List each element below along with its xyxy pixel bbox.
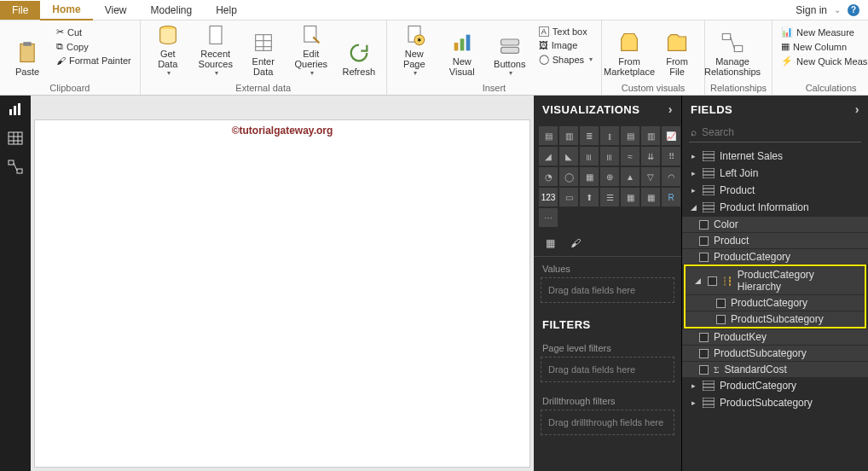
- fields-search[interactable]: ⌕: [689, 123, 861, 142]
- checkbox[interactable]: [699, 253, 709, 262]
- copy-button[interactable]: ⧉Copy: [53, 40, 135, 53]
- checkbox[interactable]: [699, 220, 709, 230]
- viz-treemap[interactable]: ▦: [580, 167, 599, 186]
- tab-file[interactable]: File: [0, 1, 40, 20]
- table-product-information[interactable]: ◢Product Information: [682, 199, 868, 216]
- viz-donut[interactable]: ◯: [559, 167, 578, 186]
- new-visual-button[interactable]: New Visual: [440, 22, 484, 78]
- viz-gauge[interactable]: ◠: [662, 167, 680, 186]
- report-view-icon[interactable]: [7, 101, 24, 118]
- table-left-join[interactable]: ▸Left Join: [682, 165, 868, 182]
- from-file-button[interactable]: From File: [655, 22, 699, 78]
- field-hierarchy[interactable]: ◢┆┇ProductCategory Hierarchy: [686, 266, 865, 294]
- refresh-button[interactable]: Refresh: [337, 22, 381, 78]
- page-icon: ✶: [402, 23, 426, 47]
- recent-sources-button[interactable]: Recent Sources: [194, 22, 238, 78]
- tab-help[interactable]: Help: [204, 1, 249, 20]
- get-data-button[interactable]: Get Data: [146, 22, 190, 78]
- tab-view[interactable]: View: [93, 1, 139, 20]
- table-product-category[interactable]: ▸ProductCategory: [682, 377, 868, 394]
- viz-clustered-column[interactable]: ⫿: [600, 126, 619, 145]
- fields-tab-icon[interactable]: ▦: [542, 236, 558, 251]
- table-product[interactable]: ▸Product: [682, 182, 868, 199]
- chevron-down-icon[interactable]: ⌄: [834, 5, 841, 15]
- buttons-button[interactable]: Buttons: [488, 22, 532, 78]
- format-tab-icon[interactable]: 🖌: [568, 236, 583, 251]
- drill-dropzone[interactable]: Drag drillthrough fields here: [541, 410, 674, 435]
- field-product-category[interactable]: ProductCategory: [682, 248, 868, 265]
- text-box-button[interactable]: AText box: [535, 26, 596, 38]
- tab-home[interactable]: Home: [40, 0, 92, 20]
- svg-rect-31: [9, 160, 14, 165]
- viz-clustered-bar[interactable]: ≣: [580, 126, 599, 145]
- checkbox[interactable]: [716, 299, 726, 308]
- checkbox[interactable]: [716, 315, 726, 324]
- enter-data-button[interactable]: Enter Data: [241, 22, 286, 78]
- edit-queries-button[interactable]: Edit Queries: [289, 22, 333, 78]
- field-product-subcategory[interactable]: ProductSubcategory: [682, 345, 868, 361]
- viz-combo2[interactable]: ⫼: [600, 147, 619, 166]
- viz-funnel[interactable]: ▽: [641, 167, 660, 186]
- field-product-key[interactable]: ProductKey: [682, 329, 868, 345]
- collapse-viz-icon[interactable]: ›: [668, 102, 673, 116]
- viz-kpi[interactable]: ⬆: [580, 188, 599, 206]
- viz-stacked-area[interactable]: ◣: [559, 147, 578, 166]
- viz-100-bar[interactable]: ▤: [621, 126, 639, 145]
- paste-button[interactable]: Paste: [5, 22, 49, 78]
- svg-rect-13: [460, 38, 464, 50]
- svg-rect-49: [703, 398, 715, 408]
- viz-100-column[interactable]: ▥: [641, 126, 660, 145]
- viz-slicer[interactable]: ☰: [600, 188, 619, 206]
- viz-waterfall[interactable]: ⇊: [641, 147, 660, 166]
- shapes-button[interactable]: ◯Shapes: [535, 53, 596, 66]
- format-painter-button[interactable]: 🖌Format Painter: [53, 55, 135, 67]
- checkbox[interactable]: [699, 333, 709, 342]
- viz-line[interactable]: 📈: [662, 126, 680, 145]
- values-dropzone[interactable]: Drag data fields here: [541, 277, 674, 303]
- viz-pie[interactable]: ◔: [539, 167, 558, 186]
- new-column-button[interactable]: ▦New Column: [778, 40, 868, 53]
- new-measure-button[interactable]: 📊New Measure: [778, 26, 868, 38]
- filters-header: FILTERS: [534, 310, 681, 336]
- field-color[interactable]: Color: [682, 216, 868, 232]
- cut-button[interactable]: ✂Cut: [53, 26, 135, 38]
- field-hier-category[interactable]: ProductCategory: [686, 294, 865, 311]
- viz-matrix[interactable]: ▦: [641, 188, 660, 206]
- viz-more[interactable]: ⋯: [539, 208, 558, 227]
- manage-relationships-button[interactable]: Manage Relationships: [710, 22, 755, 78]
- viz-area[interactable]: ◢: [539, 147, 558, 166]
- checkbox[interactable]: [699, 349, 709, 358]
- model-view-icon[interactable]: [7, 159, 24, 176]
- page-filters-dropzone[interactable]: Drag data fields here: [541, 357, 674, 382]
- viz-table[interactable]: ▦: [621, 188, 639, 206]
- field-standard-cost[interactable]: ΣStandardCost: [682, 361, 868, 377]
- checkbox[interactable]: [708, 276, 717, 286]
- field-hier-subcategory[interactable]: ProductSubcategory: [686, 311, 865, 327]
- viz-filled-map[interactable]: ▲: [621, 167, 639, 186]
- viz-r[interactable]: R: [662, 188, 680, 206]
- new-page-button[interactable]: ✶New Page: [392, 22, 437, 78]
- search-input[interactable]: [702, 126, 859, 138]
- viz-combo1[interactable]: ⫼: [580, 147, 599, 166]
- viz-stacked-column[interactable]: ▥: [559, 126, 578, 145]
- table-product-subcategory[interactable]: ▸ProductSubcategory: [682, 394, 868, 411]
- viz-ribbon[interactable]: ≈: [621, 147, 639, 166]
- viz-card[interactable]: 123: [539, 188, 558, 206]
- help-icon[interactable]: ?: [848, 4, 859, 16]
- viz-multi-card[interactable]: ▭: [559, 188, 578, 206]
- checkbox[interactable]: [699, 365, 709, 375]
- viz-stacked-bar[interactable]: ▤: [539, 126, 558, 145]
- sign-in-link[interactable]: Sign in: [796, 4, 827, 16]
- checkbox[interactable]: [699, 236, 709, 246]
- field-product[interactable]: Product: [682, 232, 868, 248]
- new-quick-measure-button[interactable]: ⚡New Quick Measure: [778, 55, 868, 67]
- table-internet-sales[interactable]: ▸Internet Sales: [682, 148, 868, 165]
- tab-modeling[interactable]: Modeling: [138, 1, 204, 20]
- viz-scatter[interactable]: ⠿: [662, 147, 680, 166]
- viz-map[interactable]: ⊕: [600, 167, 619, 186]
- from-marketplace-button[interactable]: From Marketplace: [607, 22, 651, 78]
- collapse-fields-icon[interactable]: ›: [855, 102, 859, 116]
- data-view-icon[interactable]: [7, 130, 24, 147]
- report-canvas[interactable]: [34, 119, 530, 468]
- image-button[interactable]: 🖼Image: [535, 39, 596, 51]
